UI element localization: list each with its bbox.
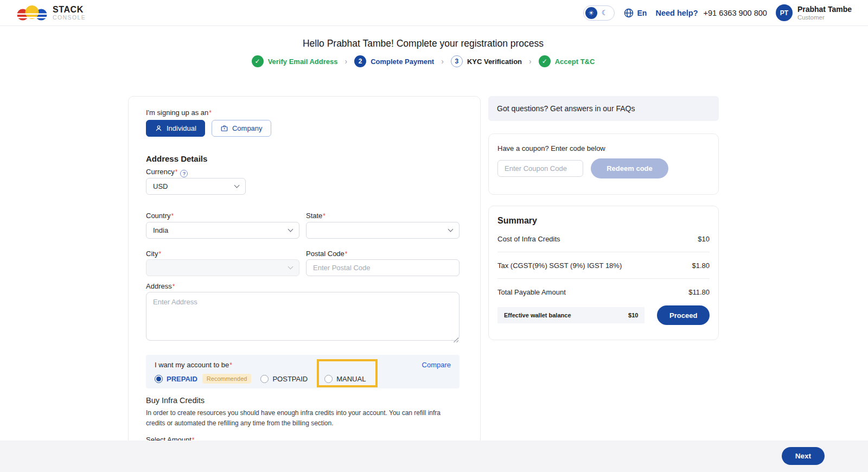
dark-mode-icon[interactable]: ☾	[599, 9, 610, 17]
postpaid-radio[interactable]	[260, 375, 269, 383]
wallet-balance-value: $10	[628, 312, 638, 318]
step-complete-payment: 2 Complete Payment	[354, 55, 434, 67]
summary-row-total: Total Payable Amount $11.80	[497, 279, 710, 296]
city-select[interactable]	[146, 259, 299, 276]
wallet-balance-strip: Effective wallet balance $10	[497, 307, 644, 323]
company-button[interactable]: Company	[212, 120, 271, 137]
address-label: Address*	[146, 282, 175, 290]
step-number: 2	[354, 55, 366, 67]
user-menu[interactable]: PT Prabhat Tambe Customer	[776, 4, 852, 21]
chevron-down-icon	[234, 183, 240, 188]
faq-banner[interactable]: Got questions? Get answers in our FAQs	[488, 96, 719, 121]
registration-form-card: I'm signing up as an* Individual Company…	[128, 96, 481, 472]
user-role: Customer	[797, 14, 852, 21]
top-header: STACK CONSOLE ☀ ☾ En Need help? +91 6363…	[0, 0, 868, 26]
postal-code-input[interactable]	[306, 259, 459, 276]
chevron-right-icon: ›	[441, 57, 444, 66]
step-verify-email: ✓ Verify Email Address	[252, 55, 338, 67]
step-kyc-verification: 3 KYC Verification	[451, 55, 522, 67]
address-details-heading: Address Details	[146, 154, 207, 163]
brand-logo[interactable]: STACK CONSOLE	[16, 4, 86, 22]
prepaid-label[interactable]: PREPAID	[167, 375, 197, 383]
manual-label[interactable]: MANUAL	[336, 375, 366, 383]
postal-code-label: Postal Code*	[306, 250, 348, 258]
brand-subtitle: CONSOLE	[53, 14, 86, 21]
prepaid-radio[interactable]	[155, 375, 163, 383]
summary-heading: Summary	[497, 216, 710, 226]
buy-infra-credits-description: In order to create resources you should …	[146, 408, 451, 429]
need-help-link[interactable]: Need help?	[655, 9, 698, 17]
chevron-down-icon	[288, 227, 293, 232]
coupon-label: Have a coupon? Enter code below	[497, 144, 710, 152]
support-phone: +91 6363 900 800	[704, 9, 767, 17]
theme-toggle[interactable]: ☀ ☾	[583, 5, 615, 21]
light-mode-icon[interactable]: ☀	[585, 7, 597, 19]
coupon-code-input[interactable]	[497, 160, 583, 177]
briefcase-icon	[220, 124, 228, 132]
avatar[interactable]: PT	[776, 4, 793, 21]
globe-icon	[623, 8, 634, 18]
next-button[interactable]: Next	[782, 447, 825, 465]
language-selector[interactable]: En	[623, 8, 647, 18]
compare-link[interactable]: Compare	[422, 361, 451, 369]
chevron-right-icon: ›	[344, 57, 347, 66]
check-icon: ✓	[539, 55, 551, 67]
page-title: Hello Prabhat Tambe! Complete your regis…	[0, 38, 846, 49]
chevron-down-icon	[288, 264, 293, 270]
registration-stepper: ✓ Verify Email Address › 2 Complete Paym…	[0, 55, 846, 67]
summary-card: Summary Cost of Infra Credits $10 Tax (C…	[488, 206, 719, 340]
help-icon[interactable]: ?	[180, 170, 188, 177]
buy-infra-credits-heading: Buy Infra Credits	[146, 396, 205, 405]
city-label: City*	[146, 250, 161, 258]
brand-name: STACK	[53, 5, 86, 14]
chevron-right-icon: ›	[529, 57, 532, 66]
postpaid-label[interactable]: POSTPAID	[272, 375, 308, 383]
summary-row-tax: Tax (CGST(9%) SGST (9%) IGST 18%) $1.80	[497, 252, 710, 278]
sticky-footer: Next	[0, 441, 868, 472]
individual-button[interactable]: Individual	[146, 120, 205, 137]
state-label: State*	[306, 212, 326, 220]
user-name: Prabhat Tambe	[797, 5, 852, 14]
country-label: Country*	[146, 212, 174, 220]
account-mode-label: I want my account to be*	[155, 361, 232, 369]
coupon-card: Have a coupon? Enter code below Redeem c…	[488, 133, 719, 195]
stack-logo-icon	[16, 4, 48, 22]
address-textarea[interactable]	[146, 292, 459, 341]
proceed-button[interactable]: Proceed	[657, 305, 710, 325]
account-mode-panel: I want my account to be* Compare PREPAID…	[146, 355, 459, 388]
chevron-down-icon	[448, 227, 454, 232]
recommended-badge: Recommended	[202, 374, 252, 384]
redeem-code-button[interactable]: Redeem code	[591, 158, 668, 178]
check-icon: ✓	[252, 55, 264, 67]
state-select[interactable]	[306, 222, 459, 239]
manual-radio[interactable]	[324, 375, 333, 383]
step-number: 3	[451, 55, 463, 67]
wallet-balance-label: Effective wallet balance	[504, 312, 571, 318]
summary-row-credits: Cost of Infra Credits $10	[497, 226, 710, 252]
step-accept-tc: ✓ Accept T&C	[539, 55, 595, 67]
country-select[interactable]: India	[146, 222, 299, 239]
currency-select[interactable]: USD	[146, 178, 246, 195]
currency-label: Currency*?	[146, 168, 188, 177]
signup-as-label: I'm signing up as an*	[146, 109, 212, 117]
person-icon	[155, 124, 163, 132]
language-label[interactable]: En	[637, 9, 647, 17]
